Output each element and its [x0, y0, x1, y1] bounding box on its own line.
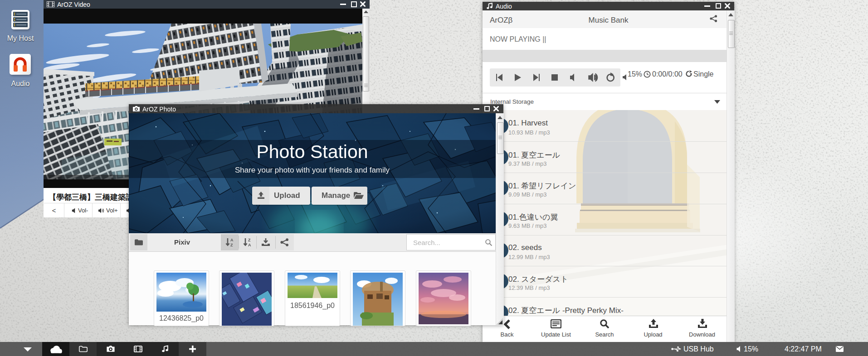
svg-text:A: A — [248, 243, 251, 247]
svg-text:Z: Z — [230, 243, 233, 247]
svg-text:A: A — [230, 238, 234, 242]
svg-text:Z: Z — [248, 238, 251, 242]
